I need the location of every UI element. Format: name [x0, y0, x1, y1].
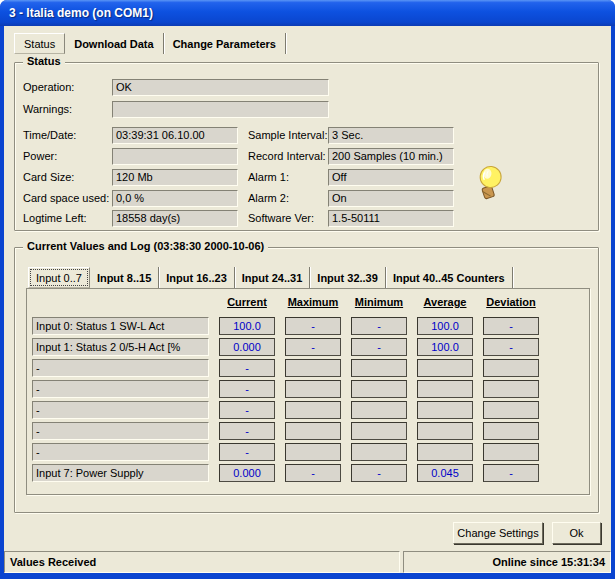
cell-deviation [483, 422, 539, 440]
alarm1-field: Off [328, 169, 454, 186]
cell-maximum [285, 401, 341, 419]
cell-maximum [285, 422, 341, 440]
cell-minimum [351, 380, 407, 398]
current-values-groupbox: Current Values and Log (03:38:30 2000-10… [14, 247, 599, 513]
cell-current: - [219, 422, 275, 440]
ok-button[interactable]: Ok [552, 522, 601, 544]
status-group-title: Status [23, 55, 65, 67]
title-bar[interactable]: 3 - Italia demo (on COM1) [0, 0, 615, 26]
tab-input-24-31[interactable]: Input 24..31 [235, 267, 311, 288]
warnings-field [112, 101, 329, 118]
cell-maximum: - [285, 317, 341, 335]
logtime-left-label: Logtime Left: [23, 212, 87, 225]
tab-input-32-39[interactable]: Input 32..39 [310, 267, 386, 288]
cell-average [417, 443, 473, 461]
operation-label: Operation: [23, 81, 74, 94]
values-table: Input 0: Status 1 SW-L Act 100.0 - - 100… [32, 317, 539, 482]
cell-maximum [285, 359, 341, 377]
row-label-empty: - [32, 401, 209, 419]
main-tab-bar: Status Download Data Change Parameters [14, 33, 286, 54]
column-header-average: Average [417, 295, 473, 309]
column-header-maximum: Maximum [285, 295, 341, 309]
card-space-used-field: 0,0 % [112, 190, 238, 207]
column-header-deviation: Deviation [483, 295, 539, 309]
sample-interval-label: Sample Interval: [248, 129, 327, 142]
cell-average: 0.045 [417, 464, 473, 482]
status-groupbox: Status Operation: OK Warnings: Time/Date… [14, 62, 599, 231]
row-label-input7: Input 7: Power Supply [32, 464, 209, 482]
cell-minimum [351, 422, 407, 440]
cell-minimum [351, 401, 407, 419]
row-label-input1: Input 1: Status 2 0/5-H Act [% [32, 338, 209, 356]
dialog-client-area: Status Download Data Change Parameters S… [4, 26, 611, 551]
tab-input-0-7[interactable]: Input 0..7 [28, 267, 90, 288]
warnings-label: Warnings: [23, 103, 72, 116]
app-window: 3 - Italia demo (on COM1) Status Downloa… [0, 0, 615, 579]
alarm2-field: On [328, 190, 454, 207]
row-label-empty: - [32, 443, 209, 461]
card-space-used-label: Card space used: [23, 192, 109, 205]
cell-current: 0.000 [219, 464, 275, 482]
alarm2-label: Alarm 2: [248, 192, 289, 205]
cell-current: - [219, 401, 275, 419]
table-header-row: Current Maximum Minimum Average Deviatio… [32, 295, 539, 309]
status-bar-message: Values Received [4, 551, 400, 573]
cell-maximum: - [285, 338, 341, 356]
row-label-empty: - [32, 380, 209, 398]
alarm1-label: Alarm 1: [248, 171, 289, 184]
cell-deviation [483, 380, 539, 398]
current-values-group-title: Current Values and Log (03:38:30 2000-10… [23, 240, 268, 252]
cell-maximum: - [285, 464, 341, 482]
time-date-field: 03:39:31 06.10.00 [112, 127, 238, 144]
tab-input-16-23[interactable]: Input 16..23 [159, 267, 235, 288]
cell-deviation: - [483, 464, 539, 482]
window-title: 3 - Italia demo (on COM1) [9, 6, 153, 20]
cell-minimum: - [351, 317, 407, 335]
cell-average: 100.0 [417, 317, 473, 335]
operation-field: OK [112, 79, 329, 96]
tab-change-parameters[interactable]: Change Parameters [164, 33, 286, 54]
cell-average [417, 380, 473, 398]
cell-deviation: - [483, 317, 539, 335]
input-tab-bar: Input 0..7 Input 8..15 Input 16..23 Inpu… [28, 267, 513, 288]
status-bar-online-since: Online since 15:31:34 [403, 551, 611, 573]
cell-minimum: - [351, 464, 407, 482]
card-size-label: Card Size: [23, 171, 74, 184]
cell-deviation [483, 401, 539, 419]
cell-minimum: - [351, 338, 407, 356]
cell-current: - [219, 380, 275, 398]
input-tab-page: Current Maximum Minimum Average Deviatio… [26, 288, 590, 495]
column-header-minimum: Minimum [351, 295, 407, 309]
row-label-empty: - [32, 359, 209, 377]
card-size-field: 120 Mb [112, 169, 238, 186]
tab-download-data[interactable]: Download Data [65, 33, 163, 54]
cell-deviation [483, 359, 539, 377]
tab-status[interactable]: Status [14, 33, 65, 54]
cell-average [417, 401, 473, 419]
software-ver-label: Software Ver: [248, 212, 314, 225]
change-settings-button[interactable]: Change Settings [453, 522, 543, 544]
row-label-empty: - [32, 422, 209, 440]
cell-maximum [285, 380, 341, 398]
cell-average: 100.0 [417, 338, 473, 356]
column-header-current: Current [219, 295, 275, 309]
cell-minimum [351, 443, 407, 461]
tab-input-8-15[interactable]: Input 8..15 [90, 267, 159, 288]
cell-average [417, 422, 473, 440]
tab-input-40-45-counters[interactable]: Input 40..45 Counters [386, 267, 513, 288]
record-interval-label: Record Interval: [248, 150, 326, 163]
cell-maximum [285, 443, 341, 461]
cell-current: 0.000 [219, 338, 275, 356]
power-label: Power: [23, 150, 57, 163]
cell-current: - [219, 443, 275, 461]
header-spacer [32, 295, 209, 309]
status-bar: Values Received Online since 15:31:34 [4, 551, 611, 573]
power-field [112, 148, 238, 165]
software-ver-field: 1.5-50111 [328, 210, 454, 227]
cell-minimum [351, 359, 407, 377]
sample-interval-field: 3 Sec. [328, 127, 454, 144]
time-date-label: Time/Date: [23, 129, 76, 142]
cell-deviation [483, 443, 539, 461]
cell-deviation: - [483, 338, 539, 356]
cell-current: - [219, 359, 275, 377]
